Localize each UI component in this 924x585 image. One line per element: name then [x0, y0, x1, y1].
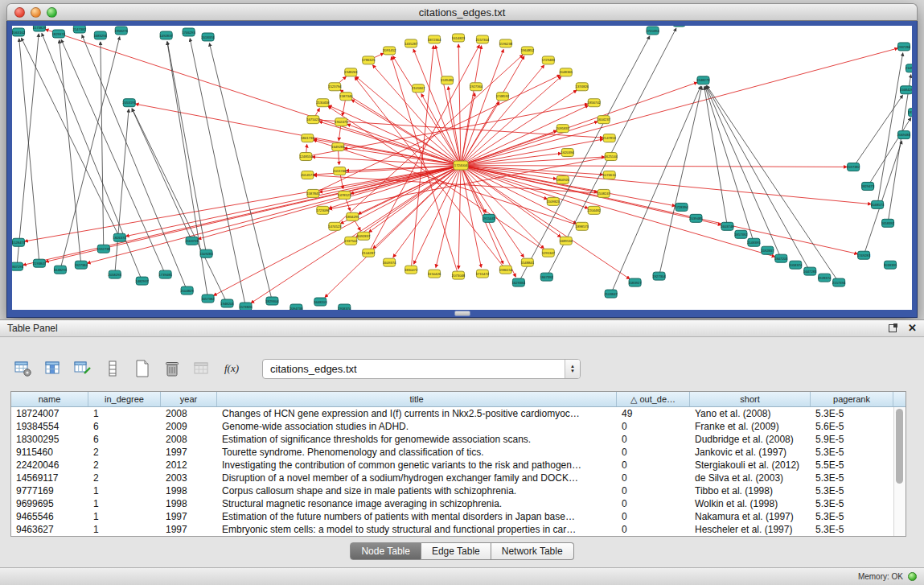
graph-node[interactable]: 1948273 — [696, 76, 710, 84]
window-titlebar[interactable]: citations_edges.txt — [6, 3, 918, 21]
graph-node[interactable]: 1728394 — [675, 203, 688, 211]
graph-node[interactable]: 1568429 — [900, 86, 912, 94]
graph-node[interactable]: 1692837 — [357, 232, 371, 240]
graph-node[interactable]: 2091452 — [383, 47, 396, 55]
graph-node[interactable]: 1508247 — [598, 189, 611, 197]
graph-node[interactable]: 2157394 — [832, 278, 846, 286]
graph-node[interactable]: 1948203 — [220, 299, 234, 307]
column-header-title[interactable]: title — [217, 392, 617, 406]
graph-node[interactable]: 1872364 — [428, 35, 441, 43]
graph-node[interactable]: 1592837 — [761, 246, 774, 254]
graph-node[interactable]: 1986154 — [499, 266, 513, 274]
create-column-icon[interactable] — [72, 358, 93, 379]
graph-node[interactable]: 1864920 — [556, 175, 570, 183]
graph-node[interactable]: 1573829 — [33, 26, 47, 31]
graph-node[interactable]: 1928374 — [818, 274, 832, 282]
graph-node[interactable]: 2013746 — [333, 167, 347, 175]
table-row[interactable]: 946554611997Estimation of the future num… — [11, 510, 893, 523]
graph-node[interactable]: 2058293 — [109, 270, 122, 278]
graph-node[interactable]: 1964852 — [521, 47, 535, 55]
network-canvas[interactable]: 1724004162514410746101508247220448218985… — [12, 26, 912, 310]
graph-node[interactable]: 2130458 — [316, 99, 330, 107]
graph-node[interactable]: 1074610 — [603, 171, 617, 179]
graph-node[interactable]: 1573826 — [239, 303, 253, 310]
graph-node[interactable]: 2058374 — [789, 261, 803, 269]
graph-node[interactable]: 1583927 — [628, 278, 642, 286]
graph-node[interactable]: 1927364 — [470, 83, 483, 91]
graph-node[interactable]: 1958473 — [672, 26, 686, 27]
close-panel-icon[interactable]: ✕ — [908, 324, 917, 332]
graph-node[interactable]: 2073048 — [452, 271, 466, 279]
graph-node[interactable]: 2014573 — [301, 171, 314, 179]
graph-node[interactable]: 1658392 — [881, 219, 895, 227]
graph-node[interactable]: 1829473 — [861, 182, 875, 190]
graph-node[interactable]: 1474523 — [328, 222, 342, 230]
graph-node[interactable]: 1689534 — [560, 237, 573, 245]
graph-node[interactable]: 1937284 — [897, 43, 911, 51]
column-header-year[interactable]: year — [161, 392, 217, 406]
graph-node[interactable]: 2094738 — [290, 304, 303, 310]
graph-node[interactable]: 1829374 — [52, 30, 66, 38]
table-row[interactable]: 977716911998Corpus callosum shape and si… — [11, 484, 893, 497]
graph-node[interactable]: 1614823 — [452, 34, 466, 42]
graph-node[interactable]: 1927384 — [75, 261, 88, 269]
graph-node[interactable]: 1482937 — [136, 277, 150, 285]
graph-node[interactable]: 2018395 — [884, 261, 897, 269]
graph-node[interactable]: 1830472 — [405, 266, 418, 274]
graph-node[interactable]: 1295347 — [542, 249, 556, 257]
graph-node[interactable]: 2104287 — [362, 249, 376, 257]
graph-node[interactable]: 1826374 — [113, 233, 127, 241]
column-header-out_degree[interactable]: △ out_de… — [617, 392, 690, 406]
graph-node[interactable]: 2039485 — [689, 214, 703, 222]
graph-node[interactable]: 1587845 — [306, 189, 320, 197]
delete-table-icon[interactable] — [162, 358, 183, 379]
float-panel-icon[interactable] — [889, 324, 897, 332]
graph-node[interactable]: 2069483 — [897, 131, 911, 139]
import-table-icon[interactable] — [191, 358, 212, 379]
graph-node[interactable]: 1786325 — [362, 56, 376, 64]
graph-node[interactable]: 1620394 — [561, 149, 575, 157]
table-settings-icon[interactable] — [13, 358, 34, 379]
graph-node[interactable]: 1597382 — [847, 163, 860, 171]
graph-node[interactable]: 1603748 — [721, 222, 734, 230]
resize-grip[interactable] — [454, 311, 470, 316]
table-row[interactable]: 969969511998Structural magnetic resonanc… — [11, 497, 893, 510]
graph-node[interactable]: 2147382 — [73, 26, 87, 33]
graph-node[interactable]: 1715472 — [476, 270, 490, 278]
graph-node[interactable]: 1834295 — [346, 212, 359, 220]
graph-node[interactable]: 1729483 — [542, 56, 556, 64]
graph-node[interactable]: 1509823 — [547, 197, 561, 205]
graph-node[interactable]: 2147853 — [603, 134, 617, 142]
graph-node[interactable]: 1847392 — [540, 273, 554, 281]
graph-node[interactable]: 1902475 — [335, 118, 348, 126]
graph-node[interactable]: 2048365 — [560, 68, 573, 76]
graph-node[interactable]: 1648293 — [54, 266, 68, 274]
table-row[interactable]: 1830029562008Estimation of significance … — [11, 433, 893, 446]
graph-node[interactable]: 1683294 — [94, 31, 108, 39]
table-row[interactable]: 1872400712008Changes of HCN gene express… — [11, 407, 893, 420]
graph-node[interactable]: 2103847 — [605, 290, 618, 298]
tab-edge-table[interactable]: Edge Table — [421, 542, 491, 560]
graph-node[interactable]: 1523794 — [328, 83, 342, 91]
graph-node[interactable]: 1604237 — [598, 116, 611, 124]
graph-node[interactable]: 1915445 — [483, 214, 496, 222]
graph-node[interactable]: 1625144 — [605, 153, 618, 161]
graph-node[interactable]: 1596238 — [499, 39, 513, 47]
graph-node[interactable]: 2149385 — [906, 64, 912, 72]
graph-node[interactable]: 1749283 — [857, 251, 871, 259]
table-row[interactable]: 1938455462009Genome-wide association stu… — [11, 420, 893, 433]
graph-node[interactable]: 1723096 — [316, 206, 330, 214]
graph-node[interactable]: 1609374 — [383, 258, 396, 266]
tab-node-table[interactable]: Node Table — [350, 542, 421, 560]
column-header-in_degree[interactable]: in_degree — [88, 392, 161, 406]
graph-node[interactable]: 1837592 — [908, 109, 912, 117]
graph-node[interactable]: 1478523 — [338, 191, 351, 199]
graph-node[interactable]: 1724004 — [454, 161, 468, 170]
graph-node[interactable]: 1629384 — [512, 278, 526, 286]
new-table-icon[interactable] — [132, 358, 153, 379]
graph-node[interactable]: 1657382 — [201, 295, 215, 303]
show-columns-icon[interactable] — [43, 358, 64, 379]
graph-node[interactable]: 1492837 — [159, 31, 173, 39]
table-row[interactable]: 1456911722003Disruption of a novel membe… — [11, 472, 893, 484]
graph-node[interactable]: 1857392 — [734, 230, 748, 238]
